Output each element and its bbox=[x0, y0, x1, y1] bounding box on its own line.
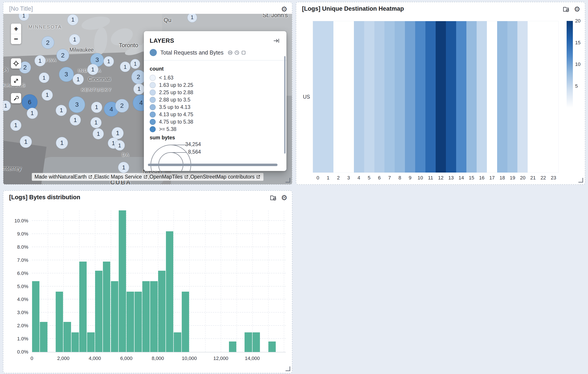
heatmap-cell[interactable] bbox=[405, 21, 415, 173]
histogram-bar[interactable] bbox=[63, 322, 71, 352]
histogram-bar[interactable] bbox=[56, 292, 63, 352]
heatmap-cell[interactable] bbox=[466, 21, 477, 173]
map-cluster-marker[interactable]: 1 bbox=[56, 105, 67, 116]
map-cluster-marker[interactable]: 1 bbox=[34, 55, 46, 66]
layer-name[interactable]: Total Requests and Bytes bbox=[160, 49, 224, 56]
horizontal-scrollbar[interactable] bbox=[148, 164, 278, 166]
heatmap-cell[interactable] bbox=[384, 21, 395, 173]
heatmap-cell[interactable] bbox=[333, 21, 344, 173]
map-cluster-marker[interactable]: 1 bbox=[39, 73, 49, 83]
heatmap-cell[interactable] bbox=[323, 21, 333, 173]
heatmap-cell[interactable] bbox=[517, 21, 528, 173]
heatmap-cell[interactable] bbox=[425, 21, 436, 173]
heatmap-cell[interactable] bbox=[415, 21, 425, 173]
histogram-bar[interactable] bbox=[87, 332, 94, 352]
histogram-bar[interactable] bbox=[40, 322, 47, 352]
map-cluster-marker[interactable]: 1 bbox=[73, 74, 84, 85]
fit-to-data-button[interactable] bbox=[11, 76, 21, 86]
histogram-bar[interactable] bbox=[252, 332, 260, 352]
histogram-bar[interactable] bbox=[150, 281, 158, 352]
histogram-bar[interactable] bbox=[32, 281, 39, 352]
map-cluster-marker[interactable]: 6 bbox=[21, 94, 37, 110]
vertical-scrollbar[interactable] bbox=[284, 56, 285, 154]
map-cluster-marker[interactable]: 1 bbox=[90, 117, 102, 128]
map-cluster-marker[interactable]: 1 bbox=[120, 62, 130, 72]
collapse-layers-button[interactable] bbox=[272, 36, 281, 45]
map-cluster-marker[interactable]: 1 bbox=[27, 108, 38, 119]
bytes-panel-settings-button[interactable]: ⚙ bbox=[280, 193, 289, 202]
attribution-link-openmaptiles[interactable]: OpenMapTiles bbox=[149, 174, 189, 180]
heatmap-cell[interactable] bbox=[354, 21, 364, 173]
heatmap-cell[interactable] bbox=[436, 21, 446, 173]
panel-resize-handle[interactable] bbox=[285, 366, 290, 371]
heatmap-cell[interactable] bbox=[487, 21, 497, 173]
set-view-button[interactable] bbox=[11, 58, 21, 69]
map-cluster-marker[interactable]: 1 bbox=[93, 128, 104, 139]
heatmap-panel-settings-button[interactable]: ⚙ bbox=[572, 4, 582, 14]
heatmap-cell[interactable] bbox=[313, 21, 323, 173]
map-cluster-marker[interactable]: 1 bbox=[87, 64, 98, 75]
histogram-bar[interactable] bbox=[166, 231, 173, 352]
map-cluster-marker[interactable]: 2 bbox=[131, 70, 146, 84]
histogram-bar[interactable] bbox=[182, 292, 189, 352]
map-cluster-marker[interactable]: 1 bbox=[133, 83, 145, 95]
map-cluster-marker[interactable]: 1 bbox=[104, 56, 114, 67]
histogram-bar[interactable] bbox=[111, 281, 118, 352]
histogram-bar[interactable] bbox=[95, 271, 103, 352]
map-canvas[interactable]: MINNESOTAMilwaukeeTorontoIOWAINDIANACinc… bbox=[3, 14, 292, 184]
attribution-link-naturalearth[interactable]: NaturalEarth bbox=[58, 174, 93, 180]
heatmap-cell[interactable] bbox=[395, 21, 405, 173]
map-cluster-marker[interactable]: 1 bbox=[20, 136, 32, 148]
histogram-bar[interactable] bbox=[135, 292, 142, 352]
histogram-bar[interactable] bbox=[142, 281, 150, 352]
histogram-bar[interactable] bbox=[72, 332, 79, 352]
map-cluster-marker[interactable]: 1 bbox=[70, 114, 81, 125]
attribution-link-openstreetmap[interactable]: OpenStreetMap contributors bbox=[190, 174, 261, 180]
save-to-library-button[interactable] bbox=[268, 193, 278, 202]
heatmap-cell[interactable] bbox=[374, 21, 385, 173]
histogram-bar[interactable] bbox=[245, 332, 252, 352]
histogram-bar[interactable] bbox=[229, 342, 236, 352]
map-cluster-marker[interactable]: 1 bbox=[130, 59, 140, 69]
histogram-bar[interactable] bbox=[79, 261, 87, 352]
heatmap-cell[interactable] bbox=[477, 21, 487, 173]
histogram-bar[interactable] bbox=[103, 261, 110, 352]
map-cluster-marker[interactable]: 1 bbox=[118, 162, 129, 173]
map-cluster-marker[interactable]: 1 bbox=[42, 90, 53, 101]
panel-resize-handle[interactable] bbox=[285, 178, 290, 183]
map-cluster-marker[interactable]: 1 bbox=[67, 14, 78, 25]
heatmap-cell[interactable] bbox=[364, 21, 374, 173]
heatmap-cell[interactable] bbox=[456, 21, 466, 173]
heatmap-cell[interactable] bbox=[528, 21, 538, 173]
map-cluster-marker[interactable]: 1 bbox=[69, 34, 80, 45]
zoom-in-button[interactable]: + bbox=[11, 24, 21, 34]
map-cluster-marker[interactable]: 1 bbox=[3, 100, 11, 111]
map-cluster-marker[interactable]: 1 bbox=[56, 137, 68, 149]
histogram-bar[interactable] bbox=[119, 210, 126, 352]
heatmap-cell[interactable] bbox=[446, 21, 456, 173]
map-cluster-marker[interactable]: 3 bbox=[59, 67, 74, 82]
heatmap-cell[interactable] bbox=[344, 21, 354, 173]
layer-row[interactable]: Total Requests and Bytes bbox=[144, 48, 286, 60]
histogram-bar[interactable] bbox=[268, 342, 276, 352]
map-panel-settings-button[interactable]: ⚙ bbox=[280, 4, 289, 14]
map-cluster-marker[interactable]: 3 bbox=[69, 96, 85, 113]
map-cluster-marker[interactable]: 1 bbox=[112, 127, 124, 139]
panel-resize-handle[interactable] bbox=[578, 178, 583, 183]
map-cluster-marker[interactable]: 1 bbox=[115, 140, 125, 151]
map-cluster-marker[interactable]: 2 bbox=[42, 36, 54, 49]
map-cluster-marker[interactable]: 2 bbox=[115, 99, 129, 113]
map-cluster-marker[interactable]: 2 bbox=[56, 49, 69, 62]
save-to-library-button[interactable] bbox=[561, 4, 571, 14]
histogram-bar[interactable] bbox=[174, 332, 181, 352]
histogram-bar[interactable] bbox=[126, 292, 134, 352]
zoom-out-button[interactable]: − bbox=[11, 34, 21, 44]
heatmap-cell[interactable] bbox=[497, 21, 507, 173]
map-cluster-marker[interactable]: 1 bbox=[10, 120, 21, 131]
heatmap-cell[interactable] bbox=[548, 21, 558, 173]
attribution-link-elastic-maps[interactable]: Elastic Maps Service bbox=[94, 174, 148, 180]
heatmap-cell[interactable] bbox=[507, 21, 518, 173]
histogram-bar[interactable] bbox=[158, 271, 166, 352]
heatmap-cell[interactable] bbox=[538, 21, 548, 173]
draw-tools-button[interactable] bbox=[11, 93, 21, 103]
